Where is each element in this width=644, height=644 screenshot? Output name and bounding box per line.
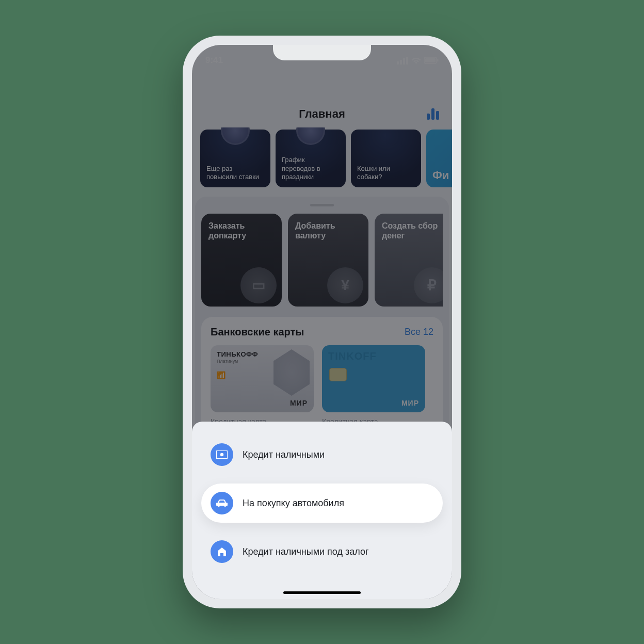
screen: 9:41 Главная bbox=[192, 45, 452, 599]
option-cash-loan[interactable]: Кредит наличными bbox=[201, 435, 443, 474]
option-car-loan[interactable]: На покупку автомобиля bbox=[201, 484, 443, 523]
svg-point-7 bbox=[220, 453, 223, 456]
cash-icon bbox=[211, 443, 233, 466]
option-label: На покупку автомобиля bbox=[243, 498, 344, 509]
option-label: Кредит наличными bbox=[243, 449, 325, 460]
option-label: Кредит наличными под залог bbox=[243, 546, 369, 557]
option-secured-loan[interactable]: Кредит наличными под залог bbox=[201, 532, 443, 571]
phone-frame: 9:41 Главная bbox=[183, 36, 461, 608]
home-indicator[interactable] bbox=[283, 591, 361, 594]
home-icon bbox=[211, 540, 233, 563]
car-icon bbox=[211, 492, 233, 514]
bottom-sheet: Кредит наличными На покупку автомобиля К… bbox=[192, 422, 452, 599]
notch bbox=[273, 45, 371, 60]
